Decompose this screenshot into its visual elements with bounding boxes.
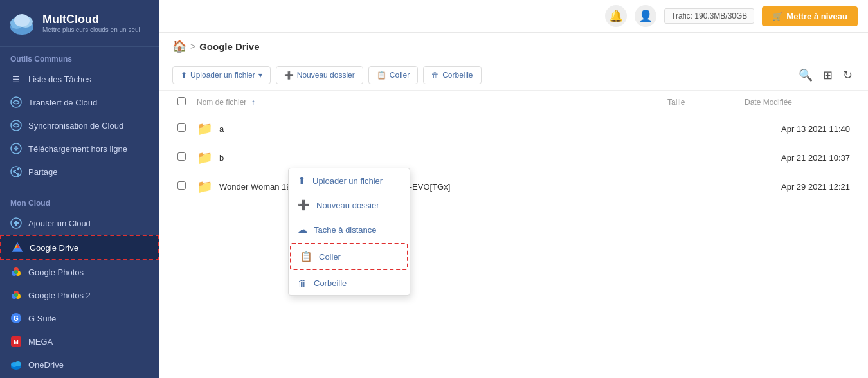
toolbar: ⬆ Uploader un fichier ▾ ➕ Nouveau dossie… <box>159 60 868 91</box>
breadcrumb-separator: > <box>190 41 195 51</box>
context-remote-task-label: Tache à distance <box>314 225 377 235</box>
row-checkbox[interactable] <box>177 181 186 190</box>
upload-button[interactable]: ⬆ Uploader un fichier ▾ <box>172 66 271 84</box>
sync-icon <box>10 120 22 131</box>
svg-point-11 <box>17 173 19 176</box>
svg-text:G: G <box>14 315 19 322</box>
filename-header: Nom de fichier ↑ <box>192 91 662 114</box>
trash-icon: 🗑 <box>431 71 439 80</box>
svg-point-3 <box>14 14 30 27</box>
size-header: Taille <box>662 91 739 114</box>
bell-icon[interactable]: 🔔 <box>605 5 627 27</box>
upgrade-button[interactable]: 🛒 Mettre à niveau <box>762 6 858 26</box>
sidebar-item-gsuite[interactable]: G G Suite <box>0 307 159 330</box>
new-folder-button[interactable]: ➕ Nouveau dossier <box>276 66 363 84</box>
trash-button[interactable]: 🗑 Corbeille <box>423 66 481 84</box>
add-cloud-label: Ajouter un Cloud <box>28 219 91 228</box>
download-label: Téléchargement hors ligne <box>28 144 127 154</box>
context-paste-icon: 📋 <box>300 251 312 262</box>
topbar: 🔔 👤 Trafic: 190.3MB/30GB 🛒 Mettre à nive… <box>159 0 868 33</box>
sidebar-item-download[interactable]: Téléchargement hors ligne <box>0 137 159 160</box>
context-paste[interactable]: 📋 Coller <box>290 243 408 270</box>
svg-point-28 <box>14 293 18 297</box>
file-date: Apr 13 2021 11:40 <box>739 114 855 143</box>
svg-point-8 <box>11 166 21 177</box>
brand-text: MultCloud Mettre plusieurs clouds en un … <box>42 13 140 33</box>
file-name: b <box>219 153 224 163</box>
onedrive-label: OneDrive <box>28 360 64 370</box>
sidebar-item-sync[interactable]: Synchronisation de Cloud <box>0 114 159 137</box>
svg-line-13 <box>15 172 17 174</box>
download-icon <box>10 143 22 154</box>
search-icon[interactable]: 🔍 <box>796 66 815 85</box>
upload-dropdown-icon: ▾ <box>258 71 262 80</box>
transfer-label: Transfert de Cloud <box>28 98 97 107</box>
mega-label: MEGA <box>28 337 53 346</box>
tasks-label: Liste des Tâches <box>28 75 91 84</box>
gdrive-icon <box>12 242 23 253</box>
context-trash[interactable]: 🗑 Corbeille <box>289 271 410 295</box>
tools-section-title: Outils Communs <box>0 47 159 68</box>
file-date: Apr 29 2021 12:21 <box>739 172 855 201</box>
svg-point-5 <box>11 120 21 130</box>
table-row[interactable]: 📁 Wonder Woman 1984.2020.IMAX.HDRip.XviD… <box>172 172 855 201</box>
row-checkbox[interactable] <box>177 123 186 132</box>
mega-icon: M <box>10 336 22 347</box>
context-trash-label: Corbeille <box>314 278 347 288</box>
cloud-section-title: Mon Cloud <box>0 191 159 212</box>
sidebar-item-mega[interactable]: M MEGA <box>0 330 159 353</box>
context-paste-label: Coller <box>319 252 341 262</box>
context-trash-icon: 🗑 <box>298 278 307 289</box>
paste-button[interactable]: 📋 Coller <box>368 66 418 84</box>
upload-label: Uploader un fichier <box>190 71 255 80</box>
breadcrumb-current: Google Drive <box>199 41 259 52</box>
home-link[interactable]: 🏠 <box>172 39 186 53</box>
gdrive-label: Google Drive <box>30 243 78 253</box>
user-avatar[interactable]: 👤 <box>635 5 656 27</box>
date-header: Date Modifiée <box>739 91 855 114</box>
svg-point-4 <box>11 97 21 107</box>
brand-name: MultCloud <box>42 13 140 26</box>
select-all-checkbox[interactable] <box>177 97 186 105</box>
folder-icon: 📁 <box>197 179 213 194</box>
sidebar-item-share[interactable]: Partage <box>0 160 159 183</box>
file-name: a <box>219 124 224 134</box>
onedrive-icon <box>10 359 22 370</box>
svg-point-35 <box>15 361 21 366</box>
file-date: Apr 21 2021 10:37 <box>739 143 855 172</box>
breadcrumb: 🏠 > Google Drive <box>159 33 868 60</box>
context-new-folder-icon: ➕ <box>298 199 310 211</box>
main-content: 🔔 👤 Trafic: 190.3MB/30GB 🛒 Mettre à nive… <box>159 0 868 378</box>
select-all-header <box>172 91 192 114</box>
grid-view-icon[interactable]: ⊞ <box>820 66 835 85</box>
folder-icon: 📁 <box>197 150 213 165</box>
sidebar-item-gphotos[interactable]: Google Photos <box>0 260 159 284</box>
table-row[interactable]: 📁 a Apr 13 2021 11:40 <box>172 114 855 143</box>
gphotos-icon <box>10 266 22 278</box>
table-row[interactable]: 📁 b Apr 21 2021 10:37 <box>172 143 855 172</box>
sidebar-item-tasks[interactable]: ☰ Liste des Tâches <box>0 68 159 91</box>
refresh-icon[interactable]: ↻ <box>840 66 855 85</box>
sidebar-item-onedrive[interactable]: OneDrive <box>0 353 159 376</box>
transfer-icon <box>10 96 22 108</box>
share-label: Partage <box>28 167 58 177</box>
context-remote-task[interactable]: ☁ Tache à distance <box>289 217 410 242</box>
context-new-folder[interactable]: ➕ Nouveau dossier <box>289 193 410 217</box>
gsuite-icon: G <box>10 312 22 324</box>
sidebar-header: MultCloud Mettre plusieurs clouds en un … <box>0 0 159 47</box>
sidebar: MultCloud Mettre plusieurs clouds en un … <box>0 0 159 378</box>
context-new-folder-label: Nouveau dossier <box>316 201 379 210</box>
context-upload[interactable]: ⬆ Uploader un fichier <box>289 168 410 193</box>
sync-label: Synchronisation de Cloud <box>28 121 123 130</box>
file-size <box>662 143 739 172</box>
multcloud-logo-icon <box>8 9 36 37</box>
file-table: Nom de fichier ↑ Taille Date Modifiée 📁 … <box>172 91 855 201</box>
file-size <box>662 114 739 143</box>
sidebar-item-gdrive[interactable]: Google Drive <box>0 235 159 260</box>
gsuite-label: G Suite <box>28 314 56 323</box>
sidebar-item-gphotos2[interactable]: Google Photos 2 <box>0 284 159 307</box>
sidebar-item-transfer[interactable]: Transfert de Cloud <box>0 91 159 114</box>
sidebar-item-add-cloud[interactable]: Ajouter un Cloud <box>0 212 159 235</box>
row-checkbox[interactable] <box>177 152 186 161</box>
svg-text:M: M <box>14 339 19 345</box>
